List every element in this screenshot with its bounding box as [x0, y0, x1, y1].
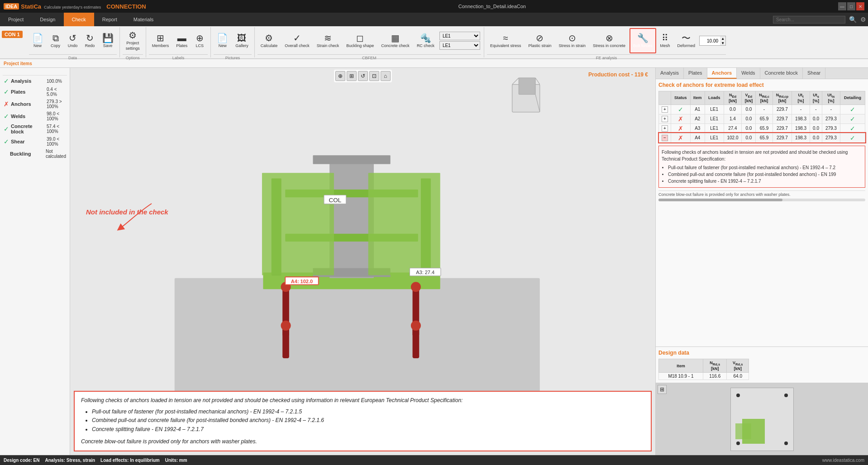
overall-check-button[interactable]: ✓ Overall check — [281, 28, 313, 53]
units-label: Units: — [165, 458, 178, 463]
table-row-selected[interactable]: − ✗ A4 LE1 102.0 0.0 65.9 229.7 198.3 0.… — [659, 133, 865, 142]
plastic-strain-button[interactable]: ⊘ Plastic strain — [525, 28, 554, 53]
con-badge[interactable]: CON 1 — [2, 31, 23, 38]
minimize-button[interactable]: — — [838, 2, 846, 10]
settings-icon: ⚙ — [860, 16, 866, 23]
mesh-button[interactable]: ⠿ Mesh — [657, 28, 673, 53]
menu-tab-design[interactable]: Design — [32, 13, 63, 26]
fe-value-input[interactable] — [700, 38, 720, 44]
maximize-button[interactable]: □ — [847, 2, 855, 10]
logo-badge: IDEA — [4, 3, 19, 9]
project-items-label: Project items — [4, 61, 32, 66]
load-effects-label: Load effects: — [100, 458, 129, 463]
scrollbar-thumb[interactable] — [658, 199, 782, 201]
col-utt: Utt[%] — [792, 91, 810, 105]
load-combo-select[interactable]: For extreme LE1 — [439, 32, 480, 40]
lcs-button[interactable]: ⊕ LCS — [191, 28, 208, 53]
expand-a2[interactable]: + — [662, 116, 668, 122]
table-row[interactable]: + ✗ A2 LE1 1.4 0.0 65.9 229.7 198.3 0.0 … — [659, 114, 865, 123]
project-settings-button[interactable]: ⚙ Project settings — [123, 28, 143, 53]
buckling-shape-button[interactable]: ◻ Buckling shape — [343, 28, 377, 53]
plates-label: Plates — [11, 89, 45, 95]
toolbar-cbfem-section: ⚙ Calculate ✓ Overall check ≋ Strain che… — [255, 27, 484, 57]
stress-in-concrete-button[interactable]: ⊗ Stress in concrete — [590, 28, 629, 53]
shear-value: 39.0 < 100% — [47, 137, 66, 147]
tab-analysis[interactable]: Analysis — [656, 68, 684, 79]
design-item-cell: M18 10.9 - 1 — [659, 373, 703, 380]
mini-expand-button[interactable]: ⊞ — [658, 385, 667, 394]
mini-view: ⊞ — [656, 383, 868, 455]
expand-a4[interactable]: − — [662, 135, 668, 141]
strain-check-button[interactable]: ≋ Strain check — [314, 28, 343, 53]
menu-tab-check[interactable]: Check — [64, 13, 94, 26]
cell-expand[interactable]: + — [659, 123, 671, 133]
cell-item: A4 — [690, 133, 705, 142]
search-input[interactable] — [773, 16, 845, 24]
toolbar-labels-section: ⊞ Members ▬ Plates ⊕ LCS Labels — [146, 27, 211, 57]
cell-loads: LE1 — [705, 123, 724, 133]
website-link[interactable]: www.ideastatica.com — [822, 458, 864, 463]
tab-welds[interactable]: Welds — [737, 68, 760, 79]
menu-tab-materials[interactable]: Materials — [125, 13, 162, 26]
equiv-stress-button[interactable]: ≈ Equivalent stress — [487, 28, 525, 53]
cell-detailing: ✓ — [840, 123, 865, 133]
vp-btn-pan[interactable]: ⊕ — [335, 71, 345, 81]
mini-anchor-bl — [736, 441, 740, 445]
tab-shear[interactable]: Shear — [803, 68, 825, 79]
expand-a3[interactable]: + — [662, 125, 668, 132]
svg-point-17 — [281, 321, 291, 331]
vp-btn-zoom[interactable]: ⊞ — [347, 71, 357, 81]
3d-viewport[interactable]: ⊕ ⊞ ↺ ⊡ ⌂ Production cost - 119 € — [70, 68, 655, 455]
stress-concrete-icon: ⊗ — [606, 33, 613, 43]
expand-a1[interactable]: + — [662, 106, 668, 113]
table-row[interactable]: + ✓ A1 LE1 0.0 0.0 - 229.7 - - - ✓ — [659, 104, 865, 114]
stress-in-strain-button[interactable]: ⊙ Stress in strain — [555, 28, 589, 53]
plates-button[interactable]: ▬ Plates — [173, 28, 191, 53]
tab-plates[interactable]: Plates — [684, 68, 707, 79]
vp-btn-home[interactable]: ⌂ — [381, 71, 391, 81]
menu-tab-project[interactable]: Project — [0, 13, 32, 26]
anchors-status-icon: ✗ — [4, 100, 9, 108]
col-nrdc: NRd,c[kN] — [756, 91, 773, 105]
tab-concrete-block[interactable]: Concrete block — [760, 68, 803, 79]
right-bullet-1: Pull-out failure of fastener (for post-i… — [668, 164, 862, 171]
strain-check-icon: ≋ — [324, 33, 332, 43]
concrete-check-button[interactable]: ▦ Concrete check — [378, 28, 413, 53]
table-row[interactable]: + ✗ A3 LE1 27.4 0.0 65.9 229.7 198.3 0.0… — [659, 123, 865, 133]
save-button[interactable]: 💾 Save — [99, 28, 117, 53]
col-item: Item — [690, 91, 705, 105]
cell-detailing: ✓ — [840, 133, 865, 142]
cell-expand[interactable]: − — [659, 133, 671, 142]
status-fail-icon: ✗ — [678, 125, 683, 132]
gallery-icon: 🖼 — [237, 33, 246, 43]
fe-spinner: ▲ ▼ — [699, 36, 726, 46]
vp-btn-fit[interactable]: ⊡ — [369, 71, 379, 81]
tab-anchors[interactable]: Anchors — [707, 68, 737, 79]
undo-button[interactable]: ↺ Undo — [65, 28, 81, 53]
new-button[interactable]: 📄 New — [29, 28, 47, 53]
cell-loads: LE1 — [705, 104, 724, 114]
calculate-button[interactable]: ⚙ Calculate — [258, 28, 281, 53]
vp-btn-rotate[interactable]: ↺ — [358, 71, 368, 81]
new2-button[interactable]: 📄 New — [214, 28, 231, 53]
members-button[interactable]: ⊞ Members — [149, 28, 172, 53]
cell-expand[interactable]: + — [659, 104, 671, 114]
menubar: Project Design Check Report Materials 🔍 … — [0, 13, 868, 26]
save-icon: 💾 — [102, 33, 114, 43]
plates-icon: ▬ — [177, 33, 186, 43]
copy-button[interactable]: ⧉ Copy — [48, 28, 64, 53]
close-button[interactable]: ✕ — [856, 2, 864, 10]
spinner-down[interactable]: ▼ — [720, 41, 725, 45]
horizontal-scrollbar[interactable] — [658, 199, 865, 201]
cbfem-top-row: ⚙ Calculate ✓ Overall check ≋ Strain che… — [258, 28, 481, 53]
redo-button[interactable]: ↻ Redo — [82, 28, 98, 53]
rc-check-button[interactable]: 🔩 RC check — [414, 28, 438, 53]
load-sub-select[interactable]: LE1 — [439, 41, 480, 50]
bolt-forces-button[interactable]: 🔧 Bolt forces — [630, 28, 656, 53]
cell-expand[interactable]: + — [659, 114, 671, 123]
menu-tab-report[interactable]: Report — [94, 13, 125, 26]
gallery-button[interactable]: 🖼 Gallery — [232, 28, 252, 53]
cell-utt: 198.3 — [792, 114, 810, 123]
deformed-button[interactable]: 〜 Deformed — [674, 28, 699, 53]
spinner-up[interactable]: ▲ — [720, 36, 725, 41]
